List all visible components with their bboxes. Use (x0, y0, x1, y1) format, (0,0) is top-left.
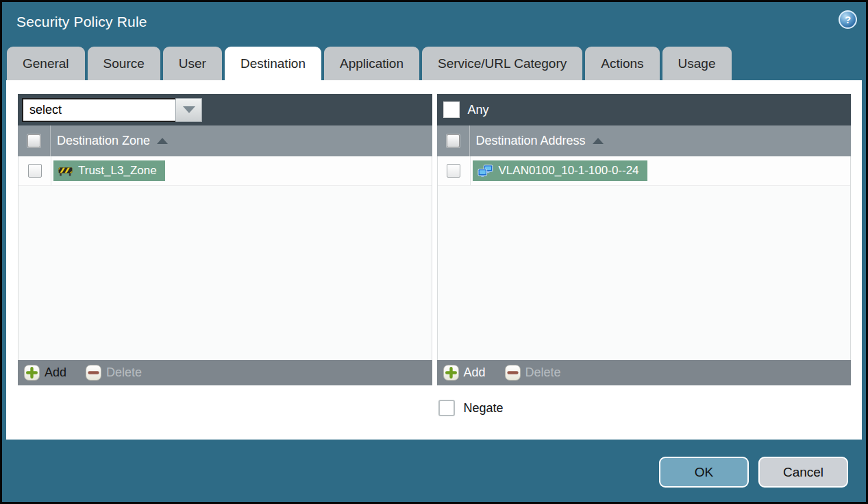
zone-list: Trust_L3_Zone (18, 156, 432, 360)
address-list: VLAN0100_10-1-100-0--24 (437, 156, 852, 360)
dialog-footer: OK Cancel (659, 457, 848, 488)
address-column-title[interactable]: Destination Address (476, 134, 586, 148)
delete-minus-icon (86, 365, 101, 381)
tab-user[interactable]: User (163, 47, 222, 80)
add-plus-icon (443, 365, 459, 381)
tab-bar: General Source User Destination Applicat… (7, 47, 732, 80)
destination-zone-panel: Destination Zone (18, 94, 432, 385)
any-label: Any (468, 103, 489, 117)
address-add-button[interactable]: Add (443, 365, 486, 381)
address-column-header: Destination Address (437, 125, 852, 156)
zone-row-checkbox-cell (18, 156, 51, 185)
dialog-title: Security Policy Rule (16, 14, 147, 30)
address-select-all-cell (437, 125, 470, 156)
sort-ascending-icon[interactable] (593, 138, 604, 144)
tab-actions[interactable]: Actions (585, 47, 659, 80)
zone-filter-toolbar (18, 94, 432, 125)
titlebar: Security Policy Rule ? (2, 2, 866, 45)
any-checkbox[interactable] (443, 101, 460, 118)
zone-select-input[interactable] (22, 98, 175, 122)
zone-add-label: Add (45, 365, 66, 380)
address-add-label: Add (464, 365, 486, 380)
zone-barrier-icon (58, 165, 73, 176)
zone-select-dropdown-button[interactable] (175, 98, 202, 122)
tab-service-url-category[interactable]: Service/URL Category (422, 47, 582, 80)
zone-delete-button[interactable]: Delete (86, 365, 142, 381)
zone-delete-label: Delete (106, 365, 142, 380)
add-plus-icon (24, 365, 40, 381)
negate-row: Negate (438, 400, 852, 416)
address-row-checkbox[interactable] (447, 164, 460, 178)
zone-item[interactable]: Trust_L3_Zone (53, 160, 165, 181)
tab-source[interactable]: Source (88, 47, 160, 80)
zone-column-title[interactable]: Destination Zone (57, 134, 150, 148)
zone-row: Trust_L3_Zone (18, 156, 432, 186)
zone-panel-footer: Add Delete (18, 360, 432, 385)
zone-item-label: Trust_L3_Zone (78, 164, 157, 178)
any-toolbar: Any (437, 94, 852, 125)
address-row-checkbox-cell (438, 156, 471, 185)
negate-label: Negate (464, 401, 504, 416)
zone-add-button[interactable]: Add (24, 365, 66, 381)
tab-application[interactable]: Application (324, 47, 419, 80)
delete-minus-icon (505, 365, 521, 381)
ok-button[interactable]: OK (659, 457, 749, 488)
address-delete-label: Delete (525, 365, 561, 380)
address-network-icon (478, 165, 493, 178)
chevron-down-icon (183, 106, 195, 113)
address-item[interactable]: VLAN0100_10-1-100-0--24 (473, 160, 647, 181)
address-delete-button[interactable]: Delete (505, 365, 561, 381)
tab-destination[interactable]: Destination (225, 47, 321, 80)
zone-column-header: Destination Zone (18, 125, 432, 156)
address-item-label: VLAN0100_10-1-100-0--24 (499, 164, 639, 178)
cancel-button[interactable]: Cancel (758, 457, 848, 488)
zone-select-all-checkbox[interactable] (27, 134, 40, 147)
destination-address-panel: Any Destination Address (437, 94, 852, 385)
zone-select-combobox (22, 98, 202, 122)
sort-ascending-icon[interactable] (157, 138, 168, 144)
help-icon[interactable]: ? (839, 10, 857, 29)
zone-row-checkbox[interactable] (28, 164, 42, 178)
tab-usage[interactable]: Usage (662, 47, 732, 80)
address-panel-footer: Add Delete (437, 360, 852, 385)
destination-tab-content: Destination Zone (6, 80, 862, 440)
zone-select-all-cell (18, 125, 51, 156)
tab-general[interactable]: General (7, 47, 85, 80)
security-policy-rule-dialog: Security Policy Rule ? General Source Us… (0, 0, 868, 504)
address-select-all-checkbox[interactable] (447, 134, 460, 147)
negate-checkbox[interactable] (438, 400, 455, 416)
address-row: VLAN0100_10-1-100-0--24 (438, 156, 851, 186)
